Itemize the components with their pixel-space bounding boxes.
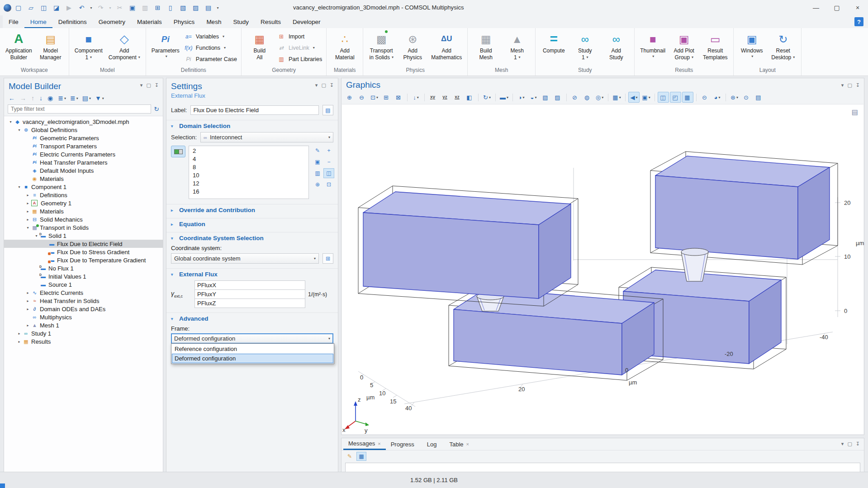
redo-icon[interactable]: ↷ bbox=[95, 2, 106, 13]
graphics-canvas[interactable]: ▤ bbox=[342, 104, 863, 434]
redo-arrow-icon[interactable]: ▾ bbox=[108, 2, 113, 13]
tree-item[interactable]: Pi Transport Parameters bbox=[4, 142, 163, 150]
plot-window-icon[interactable]: ◰ bbox=[670, 92, 681, 103]
tree-expander-icon[interactable]: ▾ bbox=[33, 234, 39, 238]
section-coordinate-system[interactable]: ▾ Coordinate System Selection bbox=[166, 232, 338, 243]
visibility-icon[interactable]: ◎ ▾ bbox=[594, 92, 605, 103]
selection-combo[interactable]: ∞ Interconnect ▾ bbox=[200, 132, 333, 142]
tree-item[interactable]: ▬ No Flux 1 bbox=[4, 264, 163, 272]
scene-appearance-icon[interactable]: ▬ ▾ bbox=[498, 92, 510, 103]
environment-icon[interactable]: ◒ ▾ bbox=[528, 92, 539, 103]
move-down-icon[interactable]: ↓ bbox=[39, 95, 43, 102]
parameter-case-button[interactable]: Pi Parameter Case bbox=[184, 55, 237, 63]
section-domain-selection[interactable]: ▾ Domain Selection bbox=[166, 120, 338, 131]
panel-float-icon[interactable]: ▢ bbox=[321, 82, 326, 88]
tree-item[interactable]: ▸ ∂ Domain ODEs and DAEs bbox=[4, 305, 163, 313]
clear-messages-icon[interactable]: ✎ bbox=[345, 452, 354, 460]
model-manager-button[interactable]: ▤ ModelManager bbox=[37, 30, 65, 61]
messages-tab[interactable]: Messages × bbox=[343, 438, 386, 450]
tree-expander-icon[interactable]: ▾ bbox=[25, 226, 31, 230]
tree-item[interactable]: ▬ Flux Due to Stress Gradient bbox=[4, 248, 163, 256]
section-advanced[interactable]: ▾ Advanced bbox=[166, 313, 338, 323]
tree-expander-icon[interactable]: ▸ bbox=[25, 323, 31, 327]
tree-item[interactable]: ▸ A Geometry 1 bbox=[4, 199, 163, 207]
tree-filter-input[interactable] bbox=[8, 104, 151, 114]
tree-expander-icon[interactable]: ▾ bbox=[16, 185, 22, 189]
scene-3d[interactable]: 20 10 0 µm 40 20 0 µm -20 -40 0 5 10 15 bbox=[342, 104, 864, 434]
messages-tab[interactable]: Table × bbox=[444, 438, 474, 450]
grid-view-icon[interactable]: ▦ bbox=[682, 92, 693, 103]
tree-item[interactable]: ▬ Initial Values 1 bbox=[4, 272, 163, 280]
view-xy-icon[interactable]: xy bbox=[427, 92, 439, 103]
rotate-view-icon[interactable]: ↻ ▾ bbox=[481, 92, 493, 103]
section-external-flux[interactable]: ▾ External Flux bbox=[166, 268, 338, 279]
build-all-button[interactable]: ▦ BuildAll bbox=[246, 30, 274, 61]
tree-expander-icon[interactable]: ▸ bbox=[25, 218, 31, 222]
zoom-selected-icon[interactable]: ⊠ bbox=[393, 92, 404, 103]
messages-tab[interactable]: Log bbox=[422, 438, 445, 450]
tree-expander-icon[interactable]: ▸ bbox=[16, 340, 22, 344]
menu-item[interactable]: File bbox=[3, 16, 24, 28]
panel-float-icon[interactable]: ▢ bbox=[847, 82, 852, 88]
messages-tab[interactable]: Progress bbox=[386, 438, 422, 450]
toolbar-options-icon[interactable]: ▾ bbox=[215, 2, 220, 13]
copy-icon[interactable]: ▣ bbox=[127, 2, 138, 13]
livelink-button[interactable]: ⇄ LiveLink ▾ bbox=[277, 43, 322, 52]
tree-item[interactable]: ▬ Flux Due to Electric Field bbox=[4, 240, 163, 248]
snapshot-icon[interactable]: ⊙ bbox=[741, 92, 752, 103]
label-options-icon[interactable]: ▤ bbox=[323, 105, 333, 115]
tree-item[interactable]: ▸ ▦ Results bbox=[4, 337, 163, 346]
menu-item[interactable]: Home bbox=[24, 16, 52, 28]
tree-node-settings-icon[interactable]: ▤ ▾ bbox=[82, 95, 91, 102]
tree-item[interactable]: ∞ Multiphysics bbox=[4, 313, 163, 321]
domain-list-item[interactable]: 12 bbox=[189, 180, 308, 188]
copy-selection-icon[interactable]: ▣ bbox=[312, 157, 323, 167]
center-selection-icon[interactable]: ⊕ bbox=[312, 180, 323, 190]
add-mathematics-button[interactable]: ΔU AddMathematics bbox=[430, 30, 463, 61]
transparency-icon[interactable]: ◍ bbox=[582, 92, 593, 103]
functions-button[interactable]: f(x) Functions ▾ bbox=[184, 43, 237, 52]
tree-item[interactable]: ▸ ▦ Materials bbox=[4, 207, 163, 215]
go-to-view-icon[interactable]: ↓ ▾ bbox=[410, 92, 422, 103]
zoom-in-icon[interactable]: ⊕ bbox=[344, 92, 356, 103]
tree-expander-icon[interactable]: ▸ bbox=[25, 307, 31, 311]
menu-item[interactable]: Developer bbox=[287, 16, 327, 28]
tree-item[interactable]: ▾ ▬ Solid 1 bbox=[4, 232, 163, 240]
tree-item[interactable]: ▬ Source 1 bbox=[4, 280, 163, 289]
move-up-icon[interactable]: ↑ bbox=[31, 95, 35, 102]
tree-item[interactable]: ▬ Flux Due to Temperature Gradient bbox=[4, 256, 163, 264]
default-view-icon[interactable]: ◀ ▾ bbox=[628, 92, 640, 103]
reset-desktop-button[interactable]: ↻ Reset Desktop▾ bbox=[769, 30, 797, 61]
flux-x-input[interactable] bbox=[194, 280, 305, 290]
tree-item[interactable]: ◉ Materials bbox=[4, 175, 163, 183]
preview-icon[interactable]: ▤ bbox=[203, 2, 214, 13]
update-plot-icon[interactable]: ⊛ ▾ bbox=[729, 92, 740, 103]
menu-item[interactable]: Study bbox=[227, 16, 255, 28]
go-to-source-icon[interactable]: ⊞ bbox=[323, 253, 333, 264]
cut-icon[interactable]: ✂ bbox=[114, 2, 125, 13]
add-plot-group-button[interactable]: ▣ Add Plot Group▾ bbox=[670, 30, 698, 61]
menu-item[interactable]: Results bbox=[255, 16, 287, 28]
label-input[interactable] bbox=[190, 105, 319, 115]
frame-combo[interactable]: Deformed configuration ▾ bbox=[171, 333, 333, 344]
panel-pin-icon[interactable]: ↧ bbox=[856, 82, 860, 88]
active-selection-toggle-icon[interactable]: ◫ bbox=[323, 168, 334, 178]
minimize-button[interactable]: — bbox=[806, 0, 826, 15]
show-icon[interactable]: ◉ bbox=[47, 95, 54, 102]
save-icon[interactable]: ◫ bbox=[38, 2, 49, 13]
wireframe-rendering-icon[interactable]: ▦ ▾ bbox=[611, 92, 622, 103]
hide-objects-icon[interactable]: ⊘ bbox=[569, 92, 581, 103]
close-tab-icon[interactable]: × bbox=[466, 441, 469, 447]
maximize-button[interactable]: ▢ bbox=[826, 0, 847, 15]
domain-list-item[interactable]: 8 bbox=[189, 163, 308, 171]
frame-dropdown-option[interactable]: Deformed configuration bbox=[172, 354, 333, 363]
messages-output-area[interactable] bbox=[345, 463, 860, 473]
new-file-icon[interactable]: ▢ bbox=[13, 2, 24, 13]
zoom-to-selection-icon[interactable]: ⊡ bbox=[323, 180, 334, 190]
undo-arrow-icon[interactable]: ▾ bbox=[89, 2, 94, 13]
perspective-toggle-icon[interactable]: ◧ bbox=[464, 92, 475, 103]
tree-expander-icon[interactable]: ▾ bbox=[16, 128, 22, 132]
result-templates-button[interactable]: ▭ ResultTemplates bbox=[701, 30, 729, 61]
duplicate-icon[interactable]: ⊞ bbox=[152, 2, 163, 13]
tree-item[interactable]: Pi Geometric Parameters bbox=[4, 134, 163, 142]
